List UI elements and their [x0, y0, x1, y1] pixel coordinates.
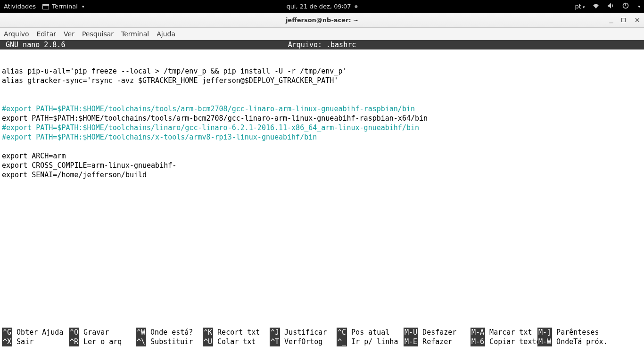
window-minimize-button[interactable]: _: [609, 14, 613, 23]
code-line: export CROSS_COMPILE=arm-linux-gnueabihf…: [2, 161, 176, 170]
code-line: export SENAI=/home/jefferson/build: [2, 171, 147, 179]
window-close-button[interactable]: ✕: [634, 16, 640, 25]
shortcut-undo: M-U Desfazer: [404, 328, 471, 337]
code-line-comment: #export PATH=$PATH:$HOME/toolchains/tool…: [2, 105, 415, 113]
shortcut-exit: ^X Sair: [2, 337, 69, 346]
nano-shortcuts: ^G Obter Ajuda ^O Gravar ^W Onde está? ^…: [0, 328, 644, 348]
shortcut-copy: M-6 Copiar texto: [471, 337, 537, 346]
shortcut-writeout: ^O Gravar: [69, 328, 136, 337]
nano-version: GNU nano 2.8.6: [6, 41, 65, 49]
window-title-text: jefferson@nb-acer: ~: [286, 16, 358, 24]
chevron-down-icon: ▾: [583, 5, 585, 9]
nano-file-label: Arquivo: .bashrc: [288, 41, 356, 49]
shortcut-justify: ^J Justificar: [270, 328, 337, 337]
shortcut-readfile: ^R Ler o arq: [69, 337, 136, 346]
volume-icon[interactable]: [607, 2, 615, 10]
shortcut-whereis: ^W Onde está?: [136, 328, 203, 337]
activities-button[interactable]: Atividades: [4, 3, 36, 10]
chevron-down-icon[interactable]: ▾: [638, 4, 640, 9]
shortcut-replace: ^\ Substituir: [136, 337, 203, 346]
menu-ver[interactable]: Ver: [64, 30, 74, 38]
menu-ajuda[interactable]: Ajuda: [157, 30, 175, 38]
shortcut-bracket: M-] Parênteses: [537, 328, 604, 337]
window-maximize-button[interactable]: [621, 18, 626, 22]
wifi-icon[interactable]: [592, 3, 600, 10]
shortcut-spell: ^T VerfOrtog: [270, 337, 337, 346]
menu-arquivo[interactable]: Arquivo: [4, 30, 29, 38]
shortcut-redo: M-E Refazer: [404, 337, 471, 346]
window-titlebar: jefferson@nb-acer: ~ _ ✕: [0, 13, 644, 28]
shortcut-curpos: ^C Pos atual: [337, 328, 404, 337]
shortcut-cut: ^K Recort txt: [203, 328, 270, 337]
terminal-menu-bar: Arquivo Editar Ver Pesquisar Terminal Aj…: [0, 28, 644, 40]
terminal-icon: [42, 4, 49, 9]
code-line: alias pip-u-all='pip freeze --local > /t…: [2, 67, 347, 75]
menu-pesquisar[interactable]: Pesquisar: [82, 30, 114, 38]
chevron-down-icon: ▾: [82, 4, 84, 9]
code-line: alias gtracker-sync='rsync -avz $GTRACKE…: [2, 76, 338, 85]
gnome-top-bar: Atividades Terminal ▾ qui, 21 de dez, 09…: [0, 0, 644, 13]
shortcut-mark: M-A Marcar txt: [471, 328, 537, 337]
menu-editar[interactable]: Editar: [37, 30, 56, 38]
code-line: export ARCH=arm: [2, 152, 66, 160]
app-menu[interactable]: Terminal ▾: [42, 3, 84, 10]
nano-editor-content[interactable]: alias pip-u-all='pip freeze --local > /t…: [0, 49, 644, 328]
shortcut-help: ^G Obter Ajuda: [2, 328, 69, 337]
shortcut-findnext: M-W OndeTá próx.: [537, 337, 604, 346]
menu-terminal[interactable]: Terminal: [121, 30, 149, 38]
keyboard-layout[interactable]: pt▾: [575, 3, 585, 10]
shortcut-uncut: ^U Colar txt: [203, 337, 270, 346]
power-icon[interactable]: [622, 2, 629, 10]
clock[interactable]: qui, 21 de dez, 09∶07: [286, 3, 357, 10]
nano-header: GNU nano 2.8.6 Arquivo: .bashrc: [0, 40, 644, 49]
clock-text: qui, 21 de dez, 09∶07: [286, 3, 351, 10]
notification-dot-icon: [355, 5, 358, 8]
code-line-comment: #export PATH=$PATH:$HOME/toolchains/x-to…: [2, 133, 317, 141]
shortcut-gotoline: ^_ Ir p/ linha: [337, 337, 404, 346]
code-line: export PATH=$PATH:$HOME/toolchains/tools…: [2, 114, 428, 123]
code-line-comment: #export PATH=$PATH:$HOME/toolchains/lina…: [2, 123, 419, 132]
app-menu-label: Terminal: [52, 3, 78, 10]
